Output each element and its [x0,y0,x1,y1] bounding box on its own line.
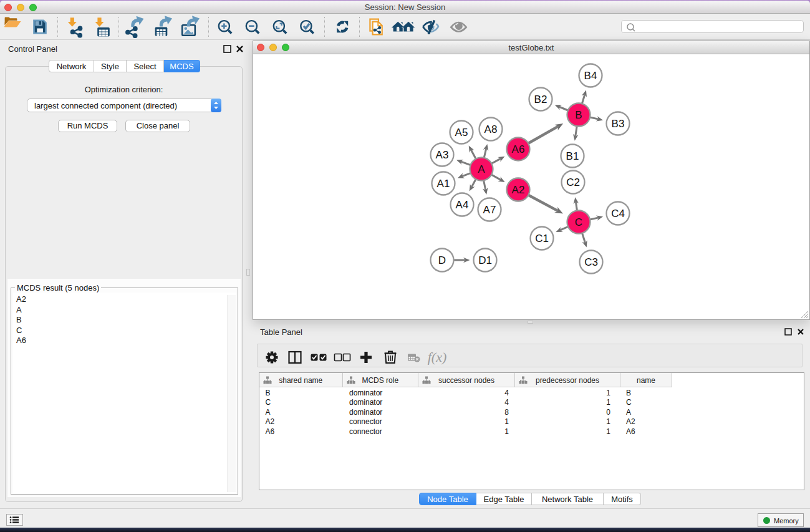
svg-text:D: D [438,254,446,266]
svg-text:B2: B2 [534,94,547,105]
svg-text:A2: A2 [512,184,525,196]
svg-text:A: A [478,163,485,175]
svg-text:D1: D1 [478,254,492,266]
svg-text:C3: C3 [584,256,598,268]
svg-text:A1: A1 [437,178,450,190]
svg-text:B: B [575,109,582,121]
svg-text:A5: A5 [455,127,468,138]
svg-text:A8: A8 [485,123,498,135]
svg-text:A7: A7 [483,204,496,216]
svg-text:C: C [575,216,582,228]
svg-text:C2: C2 [566,177,580,188]
svg-text:A3: A3 [436,149,449,161]
svg-text:C4: C4 [611,208,625,220]
svg-text:A4: A4 [456,199,469,211]
svg-text:C1: C1 [535,233,549,244]
svg-text:B3: B3 [612,118,625,130]
svg-text:B1: B1 [566,150,579,162]
svg-text:B4: B4 [584,70,597,82]
svg-text:A6: A6 [512,143,525,155]
svg-text:f(x): f(x) [428,349,447,365]
